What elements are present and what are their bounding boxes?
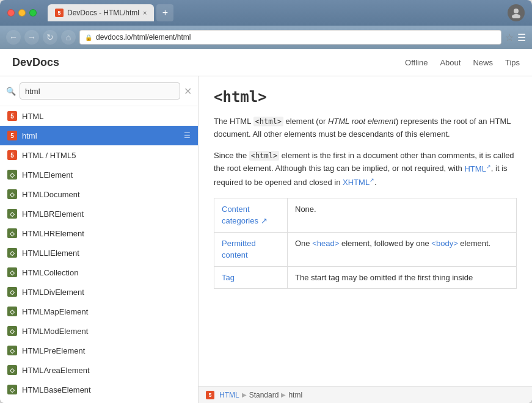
sidebar-item-htmllielement[interactable]: ◇ HTMLLIElement — [0, 243, 198, 263]
html5-icon: 5 — [7, 111, 17, 121]
traffic-lights — [7, 9, 37, 16]
sidebar-item-htmlmodelement[interactable]: ◇ HTMLModElement — [0, 321, 198, 341]
address-bar[interactable]: 🔒 devdocs.io/html/element/html — [79, 30, 501, 45]
nav-about[interactable]: About — [440, 58, 461, 67]
back-button[interactable]: ← — [6, 30, 21, 45]
nav-tips[interactable]: Tips — [505, 58, 520, 67]
sidebar-item-htmlcollection[interactable]: ◇ HTMLCollection — [0, 263, 198, 282]
table-value-cell: The start tag may be omitted if the firs… — [288, 266, 517, 289]
app-header: DevDocs Offline About News Tips — [0, 49, 532, 76]
search-icon: 🔍 — [6, 87, 16, 96]
breadcrumb-html-link[interactable]: HTML — [219, 391, 239, 399]
html-link[interactable]: HTML↗ — [464, 164, 490, 173]
sidebar-item-htmlmapelement[interactable]: ◇ HTMLMapElement — [0, 302, 198, 321]
search-clear-button[interactable]: ✕ — [184, 85, 192, 97]
sidebar-item-htmlelement[interactable]: ◇ HTMLElement — [0, 165, 198, 184]
active-tab[interactable]: 5 DevDocs - HTML/html × — [48, 4, 154, 21]
sidebar-item-htmldivelement[interactable]: ◇ HTMLDivElement — [0, 282, 198, 302]
forward-button[interactable]: → — [24, 30, 39, 45]
search-box: 🔍 ✕ — [0, 76, 198, 106]
shield-icon: ◇ — [7, 209, 17, 219]
sidebar-item-html5[interactable]: 5 HTML / HTML5 — [0, 145, 198, 165]
doc-title: <html> — [214, 89, 517, 106]
sidebar-item-label: HTMLAreaElement — [22, 366, 191, 375]
breadcrumb-separator-2: ▶ — [281, 391, 286, 398]
shield-icon: ◇ — [7, 326, 17, 336]
table-header-cell: Tag — [214, 266, 288, 289]
table-header-cell: Permitted content — [214, 232, 288, 266]
tab-close-button[interactable]: × — [143, 9, 147, 16]
xhtml-link[interactable]: XHTML↗ — [343, 178, 374, 187]
table-row: Tag The start tag may be omitted if the … — [214, 266, 517, 289]
sidebar-item-label: HTMLElement — [22, 170, 191, 180]
maximize-button[interactable] — [29, 9, 37, 16]
home-button[interactable]: ⌂ — [61, 30, 76, 45]
sidebar-item-label: HTMLLIElement — [22, 249, 191, 258]
breadcrumb: 5 HTML ▶ Standard ▶ html — [199, 386, 532, 403]
inline-code: <html> — [249, 151, 279, 161]
doc-paragraph-1: The HTML <html> element (or HTML root el… — [214, 115, 517, 141]
bookmark-button[interactable]: ☆ — [505, 32, 514, 43]
content-categories-link[interactable]: Content categories ↗ — [222, 205, 268, 226]
sidebar-item-htmlareaelement[interactable]: ◇ HTMLAreaElement — [0, 360, 198, 380]
refresh-button[interactable]: ↻ — [43, 30, 57, 45]
breadcrumb-separator-1: ▶ — [242, 391, 247, 398]
shield-icon: ◇ — [7, 189, 17, 199]
head-link[interactable]: <head> — [312, 239, 339, 248]
table-value-cell: One <head> element, followed by one <bod… — [288, 232, 517, 266]
sidebar-list: 5 HTML 5 html ☰ 5 HTML / HTML5 ◇ HTMLEle… — [0, 106, 198, 403]
search-input[interactable] — [20, 82, 180, 100]
table-value-cell: None. — [288, 198, 517, 232]
sidebar-item-label: html — [22, 131, 179, 140]
sidebar-item-label: HTML / HTML5 — [22, 151, 191, 160]
sidebar-item-html[interactable]: 5 HTML — [0, 106, 198, 126]
new-tab-button[interactable]: + — [156, 4, 173, 21]
sidebar-item-label: HTML — [22, 112, 191, 121]
lock-icon: 🔒 — [85, 34, 92, 41]
table-row: Content categories ↗ None. — [214, 198, 517, 232]
sidebar-item-label: HTMLDocument — [22, 190, 191, 199]
header-nav: Offline About News Tips — [405, 58, 520, 67]
shield-icon: ◇ — [7, 267, 17, 277]
sidebar-item-htmlbrelement[interactable]: ◇ HTMLBRElement — [0, 204, 198, 223]
shield-icon: ◇ — [7, 248, 17, 258]
sidebar-item-label: HTMLMapElement — [22, 307, 191, 316]
main-layout: 🔍 ✕ 5 HTML 5 html ☰ 5 HTML / HTML5 — [0, 76, 532, 403]
content-scroll[interactable]: <html> The HTML <html> element (or HTML … — [199, 76, 532, 386]
tab-bar: 5 DevDocs - HTML/html × + — [48, 4, 503, 21]
shield-icon: ◇ — [7, 170, 17, 180]
breadcrumb-html5-icon: 5 — [206, 391, 214, 399]
close-button[interactable] — [7, 9, 15, 16]
navigation-toolbar: ← → ↻ ⌂ 🔒 devdocs.io/html/element/html ☆… — [0, 26, 532, 49]
item-menu-icon[interactable]: ☰ — [184, 131, 191, 140]
sidebar: 🔍 ✕ 5 HTML 5 html ☰ 5 HTML / HTML5 — [0, 76, 199, 403]
menu-button[interactable]: ☰ — [517, 32, 526, 43]
shield-icon: ◇ — [7, 287, 17, 297]
doc-body: The HTML <html> element (or HTML root el… — [214, 115, 517, 289]
url-display: devdocs.io/html/element/html — [96, 33, 496, 42]
sidebar-item-label: HTMLBaseElement — [22, 385, 191, 394]
app-logo: DevDocs — [12, 56, 59, 69]
tab-favicon: 5 — [55, 9, 64, 17]
svg-point-0 — [514, 9, 519, 13]
content-pane: <html> The HTML <html> element (or HTML … — [199, 76, 532, 403]
sidebar-item-htmlbaseelement[interactable]: ◇ HTMLBaseElement — [0, 380, 198, 399]
nav-news[interactable]: News — [473, 58, 493, 67]
minimize-button[interactable] — [18, 9, 26, 16]
nav-offline[interactable]: Offline — [405, 58, 428, 67]
sidebar-item-htmldocument[interactable]: ◇ HTMLDocument — [0, 184, 198, 204]
browser-window: 5 DevDocs - HTML/html × + ← → ↻ ⌂ 🔒 devd… — [0, 0, 532, 403]
doc-table: Content categories ↗ None. Permitted con… — [214, 198, 517, 289]
inline-code: <html> — [253, 117, 283, 126]
sidebar-item-label: HTMLDivElement — [22, 288, 191, 297]
breadcrumb-standard: Standard — [249, 391, 279, 399]
sidebar-item-htmlhrelement[interactable]: ◇ HTMLHRElement — [0, 223, 198, 243]
body-link[interactable]: <body> — [431, 239, 457, 248]
sidebar-item-label: HTMLPreElement — [22, 346, 191, 355]
shield-icon: ◇ — [7, 228, 17, 238]
sidebar-item-label: HTMLModElement — [22, 327, 191, 336]
sidebar-item-htmlpreelement[interactable]: ◇ HTMLPreElement — [0, 341, 198, 360]
user-avatar — [508, 4, 525, 21]
sidebar-item-html-element[interactable]: 5 html ☰ — [0, 126, 198, 145]
shield-icon: ◇ — [7, 346, 17, 355]
